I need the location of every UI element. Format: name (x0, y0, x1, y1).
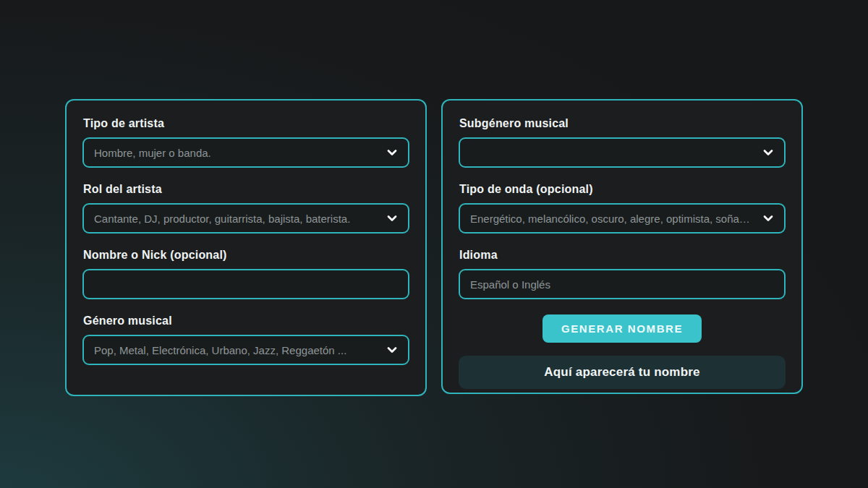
tipo-de-onda-label: Tipo de onda (opcional) (459, 183, 786, 196)
actions-row: GENERAR NOMBRE (459, 314, 786, 343)
form-panels: Tipo de artista Hombre, mujer o banda. R… (65, 99, 803, 396)
chevron-down-icon (762, 146, 775, 159)
generate-name-button[interactable]: GENERAR NOMBRE (542, 314, 702, 343)
chevron-down-icon (386, 146, 399, 159)
rol-del-artista-select[interactable]: Cantante, DJ, productor, guitarrista, ba… (82, 203, 409, 234)
nombre-nick-label: Nombre o Nick (opcional) (83, 249, 409, 262)
form-card-right: Subgénero musical Tipo de onda (opcional… (441, 99, 803, 394)
subgenero-musical-select[interactable] (459, 137, 786, 168)
field-tipo-de-artista: Tipo de artista Hombre, mujer o banda. (82, 117, 409, 168)
genero-musical-placeholder: Pop, Metal, Electrónica, Urbano, Jazz, R… (94, 344, 379, 356)
genero-musical-label: Género musical (83, 314, 409, 328)
field-subgenero-musical: Subgénero musical (459, 117, 786, 168)
field-rol-del-artista: Rol del artista Cantante, DJ, productor,… (82, 183, 409, 234)
rol-del-artista-placeholder: Cantante, DJ, productor, guitarrista, ba… (94, 213, 379, 225)
genero-musical-select[interactable]: Pop, Metal, Electrónica, Urbano, Jazz, R… (82, 335, 409, 365)
field-genero-musical: Género musical Pop, Metal, Electrónica, … (82, 314, 409, 365)
generated-name-display: Aquí aparecerá tu nombre (459, 356, 786, 389)
tipo-de-onda-placeholder: Energético, melancólico, oscuro, alegre,… (470, 213, 755, 225)
form-card-left: Tipo de artista Hombre, mujer o banda. R… (65, 99, 427, 396)
chevron-down-icon (386, 212, 399, 225)
chevron-down-icon (762, 212, 775, 225)
field-idioma: Idioma (459, 249, 786, 299)
idioma-input[interactable] (459, 269, 786, 299)
tipo-de-artista-label: Tipo de artista (83, 117, 409, 130)
tipo-de-artista-placeholder: Hombre, mujer o banda. (94, 147, 379, 159)
subgenero-musical-label: Subgénero musical (459, 117, 786, 130)
tipo-de-onda-select[interactable]: Energético, melancólico, oscuro, alegre,… (459, 203, 786, 234)
rol-del-artista-label: Rol del artista (83, 183, 409, 196)
nombre-nick-input[interactable] (82, 269, 409, 299)
tipo-de-artista-select[interactable]: Hombre, mujer o banda. (82, 137, 409, 168)
field-nombre-nick: Nombre o Nick (opcional) (82, 249, 409, 299)
chevron-down-icon (386, 343, 399, 356)
idioma-label: Idioma (459, 249, 786, 262)
page-background: Tipo de artista Hombre, mujer o banda. R… (0, 0, 868, 488)
field-tipo-de-onda: Tipo de onda (opcional) Energético, mela… (459, 183, 786, 234)
